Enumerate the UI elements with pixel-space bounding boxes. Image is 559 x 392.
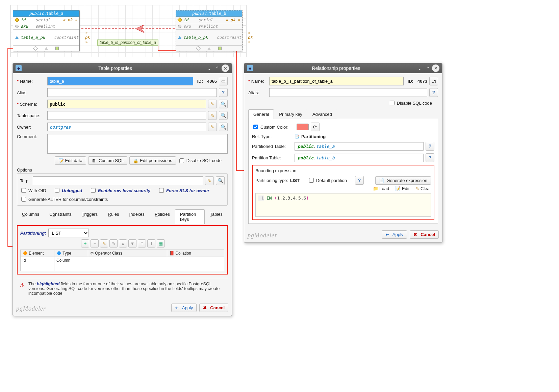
brush-icon[interactable]: ✎ (208, 123, 217, 131)
clear-button[interactable]: ✎ Clear (415, 186, 431, 191)
alias-input[interactable] (269, 88, 427, 97)
edit-icon[interactable]: ✎ (109, 239, 118, 247)
tab-general[interactable]: General (248, 109, 274, 119)
remove-icon[interactable]: － (91, 239, 99, 247)
partitioning-select[interactable]: LIST (48, 229, 89, 237)
tab-policies[interactable]: Policies (150, 209, 175, 224)
tab-primary-key[interactable]: Primary key (274, 109, 307, 119)
disable-sql-checkbox[interactable]: Disable SQL code (178, 157, 222, 164)
rls-checkbox[interactable]: Enable row level security (90, 187, 150, 194)
move-up-icon[interactable]: ▲ (119, 239, 127, 247)
pk-toolbar: ＋ － ✎ ✎ ▲ ▼ ⤒ ⤓ ▦ (81, 239, 224, 247)
disable-sql-checkbox[interactable]: Disable SQL code (388, 100, 432, 106)
apply-button[interactable]: Apply (382, 230, 407, 239)
grid-icon[interactable]: ▦ (157, 239, 165, 247)
generate-expression-button[interactable]: 📄Generate expression (375, 176, 431, 185)
tab-partition-keys[interactable]: Partition keys (175, 209, 205, 224)
name-input[interactable] (269, 77, 404, 85)
with-oid-checkbox[interactable]: With OID (20, 187, 46, 194)
partition-icon: 📑 (295, 134, 299, 139)
close-icon[interactable]: ✕ (432, 64, 439, 72)
table-row (21, 264, 224, 271)
collapse-up-icon[interactable]: ⌃ (424, 64, 431, 72)
cancel-button[interactable]: Cancel (199, 304, 228, 312)
partition-keys-table: 🔶 Element 🔷 Type ⚙ Operator Class 📕 Coll… (20, 250, 224, 271)
search-icon[interactable]: 🔍 (216, 176, 225, 185)
tab-triggers[interactable]: Triggers (77, 209, 103, 224)
id-label: ID: (197, 79, 203, 84)
refresh-color-icon[interactable]: ⟳ (311, 123, 320, 131)
col-row: skusmallint (176, 23, 242, 30)
move-bottom-icon[interactable]: ⤓ (147, 239, 155, 247)
name-input[interactable] (47, 77, 193, 85)
link-icon[interactable]: 🗂 (429, 77, 438, 85)
gen-alter-checkbox[interactable]: Generate ALTER for columns/constraints (20, 196, 108, 203)
move-top-icon[interactable]: ⤒ (138, 239, 146, 247)
alias-label: Alias: (17, 90, 45, 95)
help-icon[interactable]: ? (426, 142, 434, 151)
help-icon[interactable]: ? (429, 88, 438, 97)
edit-button[interactable]: 📝 Edit (395, 186, 409, 191)
tab-indexes[interactable]: Indexes (124, 209, 150, 224)
tablespace-input[interactable] (47, 111, 206, 120)
tab-rules[interactable]: Rules (103, 209, 124, 224)
tab-constraints[interactable]: Constraints (44, 209, 77, 224)
calendar-icon[interactable]: ▭ (219, 77, 228, 85)
collapse-up-icon[interactable]: ⌃ (213, 64, 221, 72)
collapse-down-icon[interactable]: ⌄ (416, 64, 423, 72)
custom-sql-button[interactable]: 🗎Custom SQL (88, 156, 127, 165)
brush-icon[interactable]: ✎ (208, 100, 217, 108)
cancel-button[interactable]: Cancel (410, 230, 439, 239)
tablespace-label: Tablespace: (17, 113, 45, 118)
tab-columns[interactable]: Columns (17, 209, 44, 224)
dialog-footer: pgModeler Apply Cancel (244, 228, 442, 242)
tag-input[interactable] (33, 176, 203, 185)
entity-footer (176, 46, 242, 51)
edit-permissions-button[interactable]: 🔒Edit permissions (129, 156, 176, 165)
search-icon[interactable]: 🔍 (219, 100, 228, 108)
owner-input[interactable] (47, 123, 206, 131)
apply-button[interactable]: Apply (171, 304, 197, 312)
comment-input[interactable] (47, 134, 228, 154)
table-row[interactable]: id Column (21, 257, 224, 264)
window-title: Relationship properties (257, 66, 415, 71)
schema-label: public. (192, 11, 209, 16)
custom-color-checkbox[interactable]: Custom Color: (252, 124, 288, 130)
expression-code[interactable]: 1IN (1,2,3,4,5,6) (255, 193, 431, 217)
relationship-label[interactable]: table_b_is_partition_of_table_a (97, 40, 158, 46)
search-icon[interactable]: 🔍 (219, 123, 228, 131)
alias-label: Alias: (248, 90, 267, 95)
tab-advanced[interactable]: Advanced (307, 109, 337, 119)
add-icon[interactable]: ＋ (81, 239, 89, 247)
lock-icon: 🔒 (133, 158, 138, 163)
tab-tables[interactable]: Tables (205, 209, 228, 224)
help-icon[interactable]: ? (219, 88, 228, 97)
help-icon[interactable]: ? (426, 153, 434, 162)
app-icon: ◆ (16, 65, 22, 71)
default-partition-checkbox[interactable]: Default partition (308, 177, 347, 184)
alias-input[interactable] (47, 88, 217, 97)
help-icon[interactable]: ? (355, 176, 364, 185)
entity-table-b[interactable]: public.table_b idserial« pk » skusmallin… (176, 10, 243, 51)
schema-input[interactable] (47, 100, 206, 108)
collapse-down-icon[interactable]: ⌄ (205, 64, 213, 72)
brush-icon[interactable]: ✎ (205, 176, 214, 185)
name-label: Name: (17, 79, 45, 84)
entity-table-a[interactable]: public.table_a idserial« pk » skusmallin… (13, 10, 80, 51)
search-icon[interactable]: 🔍 (219, 111, 228, 120)
force-rls-checkbox[interactable]: Force RLS for owner (158, 187, 209, 194)
unlogged-checkbox[interactable]: Unlogged (53, 187, 82, 194)
titlebar[interactable]: ◆ Relationship properties ⌄ ⌃ ✕ (244, 63, 442, 73)
color-swatch[interactable] (297, 124, 309, 130)
constraint-icon (178, 36, 181, 39)
move-down-icon[interactable]: ▼ (128, 239, 136, 247)
load-button[interactable]: 📁 Load (373, 186, 389, 191)
edit-data-button[interactable]: 📝Edit data (55, 156, 86, 165)
col-icon (178, 25, 181, 28)
brush-icon[interactable]: ✎ (208, 111, 217, 120)
partitioning-label: Partitioning: (20, 231, 46, 236)
sql-icon: 🗎 (92, 158, 97, 163)
close-icon[interactable]: ✕ (222, 64, 229, 72)
titlebar[interactable]: ◆ Table properties ⌄ ⌃ ✕ (13, 63, 232, 73)
brush-icon[interactable]: ✎ (100, 239, 108, 247)
